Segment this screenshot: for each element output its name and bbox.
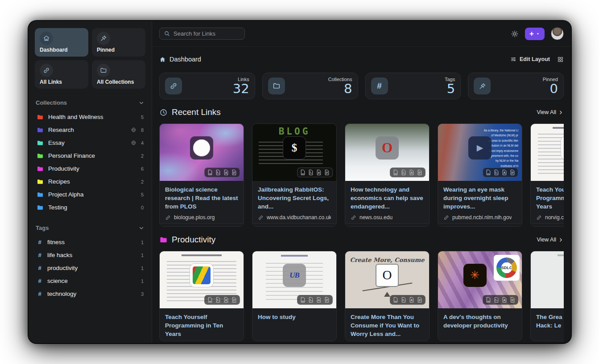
collection-name: Productivity bbox=[48, 165, 136, 172]
collection-count: 0 bbox=[141, 205, 144, 210]
folder-icon bbox=[97, 64, 110, 77]
section-title: Recent Links bbox=[172, 107, 221, 117]
stat-card-tags[interactable]: # Tags 5 bbox=[365, 73, 461, 99]
sidebar-item-dashboard[interactable]: Dashboard bbox=[35, 28, 88, 57]
stat-card-links[interactable]: Links 32 bbox=[159, 73, 255, 99]
theme-toggle-sun-icon[interactable] bbox=[511, 30, 519, 38]
screenshot-preview-icon bbox=[215, 169, 221, 176]
collection-item[interactable]: Recipes 2 bbox=[35, 175, 145, 188]
link-thumbnail: O bbox=[345, 124, 429, 181]
link-title: Jailbreaking RabbitOS: Uncovering Secret… bbox=[258, 185, 331, 211]
tags-section-header[interactable]: Tags bbox=[36, 225, 145, 231]
favicon-glyph: $ bbox=[292, 142, 297, 154]
link-card[interactable]: SDLC ✳ bbox=[438, 251, 522, 341]
page-title: Dashboard bbox=[169, 56, 201, 63]
link-url: www.da.vidbuchanan.co.uk bbox=[267, 214, 331, 221]
link-card[interactable]: Teach Yourself Programming in Ten Years … bbox=[530, 123, 564, 227]
search-input[interactable] bbox=[174, 30, 236, 37]
folder-icon bbox=[37, 204, 44, 211]
avatar[interactable] bbox=[551, 27, 564, 40]
link-card-body: Wearing an eye mask during overnight sle… bbox=[438, 181, 522, 223]
favicon-glyph: O bbox=[382, 140, 392, 156]
sidebar-nav: Dashboard Pinned All Links bbox=[35, 28, 145, 89]
preview-format-switcher[interactable] bbox=[483, 295, 518, 305]
collection-item[interactable]: Testing 0 bbox=[35, 201, 145, 214]
html-preview-icon bbox=[486, 297, 491, 303]
html-preview-icon bbox=[393, 297, 398, 303]
folder-icon bbox=[37, 114, 44, 121]
search-box[interactable] bbox=[159, 28, 245, 40]
sidebar-item-label: All Links bbox=[40, 79, 83, 85]
pdf-preview-icon bbox=[223, 297, 229, 303]
sidebar-item-all-links[interactable]: All Links bbox=[35, 60, 88, 89]
link-title: Teach Yourself Programming in Ten Years bbox=[165, 313, 238, 338]
sidebar-item-all-collections[interactable]: All Collections bbox=[92, 60, 145, 89]
tag-item[interactable]: # productivity 1 bbox=[35, 262, 145, 274]
collection-item[interactable]: Project Alpha 5 bbox=[35, 188, 145, 201]
tag-item[interactable]: # technology 3 bbox=[35, 287, 145, 300]
page-heading-row: Dashboard Edit Layout bbox=[159, 53, 564, 65]
link-card-body: Teach Yourself Programming in Ten Years bbox=[160, 308, 244, 341]
link-card[interactable]: Biological science research | Read the l… bbox=[159, 123, 244, 227]
stats-row: Links 32 Collections 8 bbox=[159, 73, 564, 99]
preview-format-switcher[interactable] bbox=[390, 295, 425, 305]
preview-format-switcher[interactable] bbox=[390, 168, 425, 177]
link-thumbnail: As a library, the National Li of Medicin… bbox=[438, 124, 522, 181]
link-card-body: How technology and economics can help sa… bbox=[345, 181, 429, 223]
favicon-glyph: ✳ bbox=[470, 269, 479, 282]
folder-icon bbox=[37, 152, 44, 160]
preview-format-switcher[interactable] bbox=[297, 295, 333, 305]
link-thumbnail: BLOG $ bbox=[252, 124, 336, 181]
stat-card-collections[interactable]: Collections 8 bbox=[262, 73, 358, 99]
collection-item[interactable]: Essay 4 bbox=[35, 136, 145, 149]
add-new-button[interactable]: + bbox=[525, 28, 545, 40]
collection-name: Personal Finance bbox=[48, 152, 136, 159]
sdlc-wheel: SDLC bbox=[494, 255, 520, 281]
hash-icon: # bbox=[37, 278, 43, 284]
collection-item[interactable]: Personal Finance 2 bbox=[35, 149, 145, 162]
chevron-down-icon bbox=[138, 225, 145, 231]
view-all-productivity-button[interactable]: View All bbox=[537, 237, 564, 243]
collection-item[interactable]: Research 8 bbox=[35, 123, 145, 136]
link-card[interactable]: Create More, Consume Less O bbox=[345, 251, 430, 341]
collections-section-header[interactable]: Collections bbox=[36, 99, 145, 106]
link-url: pubmed.ncbi.nlm.nih.gov bbox=[452, 214, 512, 221]
tag-item[interactable]: # fitness 1 bbox=[35, 236, 145, 249]
link-card[interactable]: Teach Yourself Programming in Ten Years bbox=[159, 251, 244, 341]
collection-item[interactable]: Productivity 6 bbox=[35, 162, 145, 175]
stat-value: 5 bbox=[445, 82, 455, 95]
recent-links-header: Recent Links View All bbox=[159, 106, 564, 119]
link-card[interactable]: BLOG $ bbox=[252, 123, 337, 227]
view-all-recent-button[interactable]: View All bbox=[537, 109, 564, 115]
link-url-row: pubmed.ncbi.nlm.nih.gov bbox=[443, 214, 516, 221]
link-card[interactable]: O How technology and econom bbox=[345, 123, 430, 227]
collection-item[interactable]: Health and Wellness 5 bbox=[35, 110, 145, 123]
preview-format-switcher[interactable] bbox=[204, 168, 240, 177]
link-card[interactable]: As a library, the National Li of Medicin… bbox=[438, 123, 522, 227]
link-thumbnail: Create More, Consume Less O bbox=[345, 251, 429, 308]
preview-format-switcher[interactable] bbox=[204, 295, 240, 305]
readable-preview-icon bbox=[510, 297, 515, 303]
collection-name: Recipes bbox=[48, 178, 136, 185]
tag-item[interactable]: # science 1 bbox=[35, 274, 145, 287]
link-card[interactable]: UB How to study bbox=[252, 251, 337, 341]
tag-item[interactable]: # life hacks 1 bbox=[35, 249, 145, 262]
topbar: + bbox=[152, 21, 571, 47]
collection-count: 2 bbox=[141, 179, 144, 184]
tags-header-label: Tags bbox=[36, 225, 49, 231]
sidebar-item-pinned[interactable]: Pinned bbox=[92, 28, 145, 57]
preview-format-switcher[interactable] bbox=[483, 168, 518, 177]
sidebar-item-label: Pinned bbox=[97, 47, 140, 53]
link-card[interactable]: The Grea Hack: Le bbox=[530, 251, 564, 341]
grid-view-icon[interactable] bbox=[557, 56, 564, 63]
preview-format-switcher[interactable] bbox=[297, 168, 333, 177]
stat-card-pinned[interactable]: Pinned 0 bbox=[468, 73, 564, 99]
favicon-glyph: UB bbox=[289, 271, 299, 280]
link-url: news.osu.edu bbox=[359, 214, 392, 221]
pdf-preview-icon bbox=[316, 297, 322, 303]
chevron-right-icon bbox=[558, 110, 564, 115]
collection-name: Health and Wellness bbox=[48, 114, 136, 120]
edit-layout-button[interactable]: Edit Layout bbox=[510, 56, 550, 62]
site-favicon-badge: ▶ bbox=[468, 136, 492, 160]
hash-icon: # bbox=[37, 252, 43, 258]
